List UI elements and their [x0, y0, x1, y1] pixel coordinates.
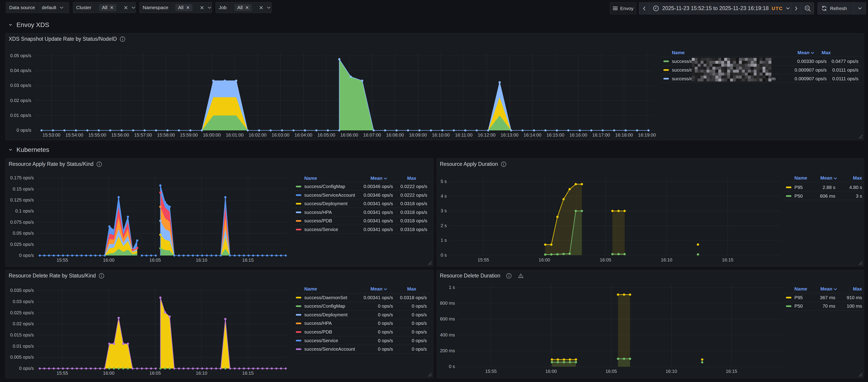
svg-text:Name: Name — [795, 175, 807, 180]
svg-text:success/Deployment: success/Deployment — [304, 312, 347, 317]
svg-text:Name: Name — [304, 175, 317, 181]
svg-text:16:15: 16:15 — [242, 258, 254, 263]
svg-text:16:08:00: 16:08:00 — [386, 133, 404, 138]
svg-text:15:54:00: 15:54:00 — [65, 133, 83, 138]
svg-text:0.005 ops/s: 0.005 ops/s — [10, 355, 34, 360]
svg-text:0.000907 ops/s: 0.000907 ops/s — [795, 67, 827, 72]
svg-text:0.05 ops/s: 0.05 ops/s — [13, 231, 34, 236]
svg-text:15:58:00: 15:58:00 — [157, 133, 175, 138]
svg-text:0.025 ops/s: 0.025 ops/s — [10, 242, 34, 247]
svg-text:0 ops/s: 0 ops/s — [378, 338, 393, 343]
svg-text:16:11:00: 16:11:00 — [455, 133, 472, 138]
svg-text:367 ms: 367 ms — [820, 295, 835, 300]
svg-text:15:55: 15:55 — [485, 369, 497, 374]
svg-text:0.02 ops/s: 0.02 ops/s — [10, 98, 31, 103]
svg-text:Mean: Mean — [820, 286, 832, 291]
svg-text:0.00330 ops/s: 0.00330 ops/s — [797, 59, 827, 64]
svg-text:0 ops/s: 0 ops/s — [412, 320, 427, 326]
svg-text:success/Deployment: success/Deployment — [304, 201, 347, 206]
svg-text:16:10: 16:10 — [666, 369, 677, 374]
svg-text:0 ops/s: 0 ops/s — [378, 320, 393, 326]
svg-text:0 ops/s: 0 ops/s — [19, 366, 34, 371]
svg-text:16:14:00: 16:14:00 — [524, 133, 541, 138]
svg-text:15:55: 15:55 — [57, 258, 68, 263]
svg-text:success/PDB: success/PDB — [304, 329, 332, 334]
svg-text:success/e: success/e — [672, 59, 693, 64]
svg-text:Mean: Mean — [798, 50, 809, 55]
svg-text:success/Service: success/Service — [304, 227, 338, 232]
svg-text:16:15: 16:15 — [726, 369, 737, 374]
svg-text:0.00346 ops/s: 0.00346 ops/s — [364, 193, 393, 198]
svg-text:3 s: 3 s — [441, 208, 447, 213]
svg-text:0 ops/s: 0 ops/s — [378, 329, 393, 334]
svg-text:16:05:00: 16:05:00 — [317, 133, 335, 138]
svg-text:0 ops/s: 0 ops/s — [412, 329, 427, 334]
svg-text:600 ms: 600 ms — [440, 316, 455, 321]
svg-text:15:55:00: 15:55:00 — [88, 133, 106, 138]
svg-text:P95: P95 — [795, 185, 803, 190]
svg-text:0.05 ops/s: 0.05 ops/s — [10, 53, 31, 58]
svg-text:2.88 s: 2.88 s — [823, 185, 835, 190]
svg-text:3 s: 3 s — [856, 193, 862, 199]
svg-text:0.035 ops/s: 0.035 ops/s — [10, 288, 34, 293]
svg-text:16:05: 16:05 — [606, 369, 617, 374]
svg-text:16:00: 16:00 — [538, 257, 550, 262]
svg-text:Name: Name — [304, 286, 317, 291]
svg-text:16:05: 16:05 — [150, 258, 161, 263]
svg-text:success/HPA: success/HPA — [304, 320, 332, 326]
svg-text:16:00: 16:00 — [546, 369, 557, 374]
svg-text:Max: Max — [407, 175, 416, 181]
svg-text:success/HPA: success/HPA — [304, 209, 332, 215]
svg-text:0.0318 ops/s: 0.0318 ops/s — [401, 218, 427, 223]
svg-text:0.15 ops/s: 0.15 ops/s — [13, 186, 34, 192]
svg-text:0.075 ops/s: 0.075 ops/s — [10, 219, 34, 225]
svg-text:16:17:00: 16:17:00 — [592, 133, 610, 138]
svg-text:16:13:00: 16:13:00 — [501, 133, 519, 138]
svg-text:0.0318 ops/s: 0.0318 ops/s — [401, 227, 427, 232]
svg-text:16:00: 16:00 — [103, 258, 115, 263]
svg-text:0.0222 ops/s: 0.0222 ops/s — [401, 193, 427, 198]
svg-text:15:53:00: 15:53:00 — [42, 133, 60, 138]
svg-text:0.03 ops/s: 0.03 ops/s — [13, 299, 34, 304]
svg-text:15:56:00: 15:56:00 — [111, 133, 129, 138]
svg-text:16:10: 16:10 — [196, 371, 207, 376]
svg-text:16:15:00: 16:15:00 — [546, 133, 564, 138]
svg-text:0.125 ops/s: 0.125 ops/s — [10, 197, 34, 202]
svg-text:16:02:00: 16:02:00 — [249, 133, 267, 138]
svg-text:success/ConfigMap: success/ConfigMap — [304, 303, 345, 308]
svg-text:16:00: 16:00 — [103, 371, 115, 376]
svg-text:0 s: 0 s — [441, 253, 447, 258]
svg-text:Max: Max — [853, 286, 862, 291]
svg-text:1 s: 1 s — [441, 238, 447, 243]
svg-text:0 ops/s: 0 ops/s — [412, 303, 427, 308]
svg-text:16:07:00: 16:07:00 — [363, 133, 381, 138]
svg-text:0.00341 ops/s: 0.00341 ops/s — [364, 201, 393, 206]
svg-text:16:09:00: 16:09:00 — [409, 133, 427, 138]
svg-text:0.000907 ops/s: 0.000907 ops/s — [795, 76, 827, 81]
svg-text:0.01 ops/s: 0.01 ops/s — [13, 344, 34, 349]
svg-text:success/e: success/e — [672, 67, 693, 72]
svg-text:16:10: 16:10 — [661, 257, 672, 262]
svg-text:0.03 ops/s: 0.03 ops/s — [10, 83, 31, 88]
svg-text:0 ops/s: 0 ops/s — [412, 346, 427, 352]
svg-text:0.00346 ops/s: 0.00346 ops/s — [364, 184, 393, 189]
svg-text:0.0318 ops/s: 0.0318 ops/s — [401, 201, 427, 206]
svg-text:Max: Max — [822, 50, 831, 55]
svg-text:0.00341 ops/s: 0.00341 ops/s — [364, 295, 393, 300]
svg-text:Mean: Mean — [820, 175, 832, 180]
svg-text:0.0477 ops/s: 0.0477 ops/s — [832, 59, 859, 64]
svg-text:0.02 ops/s: 0.02 ops/s — [13, 321, 34, 326]
svg-text:0 ops/s: 0 ops/s — [378, 346, 393, 352]
svg-text:0 ops/s: 0 ops/s — [17, 128, 31, 133]
svg-text:success/ConfigMap: success/ConfigMap — [304, 184, 345, 189]
svg-text:0.175 ops/s: 0.175 ops/s — [10, 175, 34, 180]
svg-text:15:57:00: 15:57:00 — [134, 133, 152, 138]
svg-text:0.0318 ops/s: 0.0318 ops/s — [400, 295, 427, 300]
svg-text:16:15: 16:15 — [242, 371, 254, 376]
svg-text:0.00341 ops/s: 0.00341 ops/s — [364, 209, 393, 215]
svg-text:Mean: Mean — [371, 286, 382, 291]
svg-text:16:05: 16:05 — [600, 257, 611, 262]
svg-text:5 s: 5 s — [441, 179, 447, 184]
svg-text:0.0111 ops/s: 0.0111 ops/s — [832, 76, 859, 81]
svg-text:success/ServiceAccount: success/ServiceAccount — [304, 346, 355, 352]
